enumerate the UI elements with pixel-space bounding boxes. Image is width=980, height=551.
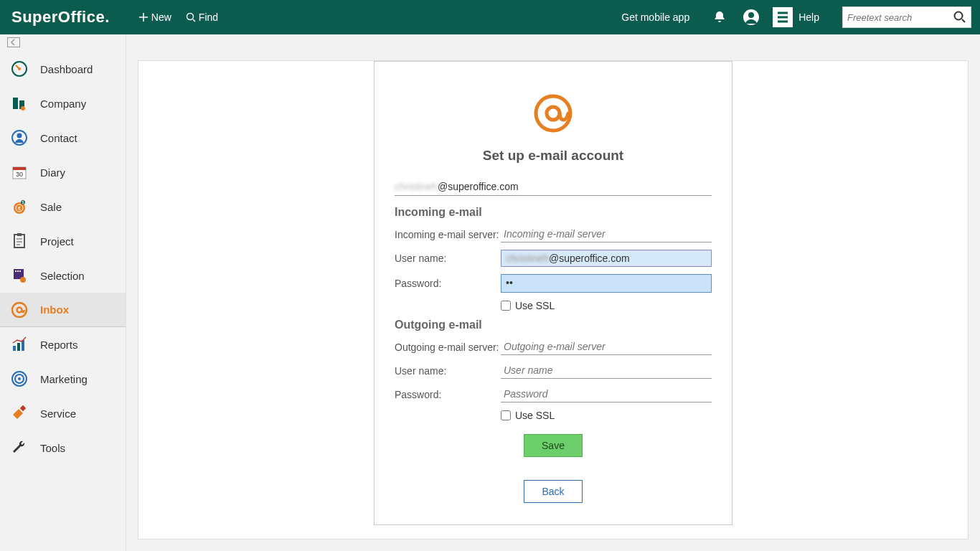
nav-label: Inbox bbox=[40, 303, 69, 316]
sidebar-item-marketing[interactable]: Marketing bbox=[0, 362, 126, 396]
marketing-icon bbox=[10, 369, 29, 388]
selection-icon bbox=[10, 266, 29, 285]
outgoing-ssl-label: Use SSL bbox=[515, 410, 555, 421]
svg-rect-23 bbox=[15, 270, 17, 272]
diary-icon: 30 bbox=[10, 163, 29, 182]
outgoing-server-input[interactable] bbox=[501, 339, 712, 355]
outgoing-user-label: User name: bbox=[395, 365, 501, 377]
svg-rect-30 bbox=[17, 343, 20, 351]
search-icon bbox=[186, 12, 196, 22]
sidebar-item-contact[interactable]: Contact bbox=[0, 121, 126, 155]
outgoing-server-label: Outgoing e-mail server: bbox=[395, 342, 501, 353]
svg-rect-25 bbox=[19, 270, 21, 272]
plus-icon bbox=[138, 12, 149, 22]
svg-rect-7 bbox=[13, 98, 18, 109]
sidebar-item-dashboard[interactable]: Dashboard bbox=[0, 52, 126, 86]
nav-label: Dashboard bbox=[40, 63, 93, 75]
nav-label: Reports bbox=[40, 339, 78, 351]
svg-point-3 bbox=[955, 12, 963, 20]
main-menu-icon[interactable] bbox=[773, 7, 793, 27]
project-icon bbox=[10, 232, 29, 250]
tools-icon bbox=[10, 438, 29, 457]
dialog-title: Set up e-mail account bbox=[395, 148, 712, 164]
svg-rect-35 bbox=[20, 405, 26, 411]
svg-point-26 bbox=[20, 277, 26, 283]
mobile-app-link[interactable]: Get mobile app bbox=[621, 11, 689, 23]
nav-label: Contact bbox=[40, 132, 77, 144]
user-avatar-icon[interactable] bbox=[741, 7, 761, 27]
svg-rect-24 bbox=[17, 270, 19, 272]
brand-logo: SuperOffice. bbox=[11, 8, 110, 27]
sidebar-item-project[interactable]: Project bbox=[0, 224, 126, 258]
nav-label: Marketing bbox=[40, 373, 88, 385]
incoming-ssl-checkbox[interactable] bbox=[501, 301, 511, 311]
svg-point-11 bbox=[17, 133, 22, 138]
search-input[interactable] bbox=[847, 12, 966, 23]
collapse-sidebar-button[interactable] bbox=[0, 34, 126, 52]
at-icon bbox=[395, 90, 712, 139]
outgoing-user-input[interactable] bbox=[501, 362, 712, 379]
outgoing-ssl-checkbox[interactable] bbox=[501, 410, 511, 420]
incoming-password-label: Password: bbox=[395, 278, 501, 289]
save-button[interactable]: Save bbox=[524, 434, 583, 457]
svg-rect-20 bbox=[14, 235, 24, 248]
reports-icon bbox=[10, 335, 29, 354]
incoming-server-label: Incoming e-mail server: bbox=[395, 229, 501, 240]
sidebar: Dashboard Company Contact 30 Diary €$ Sa… bbox=[0, 34, 126, 551]
sidebar-item-inbox[interactable]: Inbox bbox=[0, 293, 126, 327]
svg-rect-21 bbox=[17, 233, 22, 236]
help-link[interactable]: Help bbox=[798, 11, 819, 23]
nav-label: Sale bbox=[40, 201, 62, 213]
app-header: SuperOffice. New Find Get mobile app Hel… bbox=[0, 0, 980, 34]
incoming-heading: Incoming e-mail bbox=[395, 206, 712, 219]
new-label: New bbox=[151, 11, 171, 23]
svg-rect-29 bbox=[13, 346, 16, 351]
contact-icon bbox=[10, 128, 29, 147]
setup-email-dialog: Set up e-mail account christineh@superof… bbox=[374, 61, 732, 525]
content-panel: Set up e-mail account christineh@superof… bbox=[138, 60, 969, 540]
nav-label: Project bbox=[40, 235, 74, 248]
sidebar-item-reports[interactable]: Reports bbox=[0, 327, 126, 362]
find-label: Find bbox=[199, 11, 218, 23]
nav-label: Tools bbox=[40, 442, 65, 454]
search-icon bbox=[953, 11, 966, 24]
svg-point-6 bbox=[18, 67, 21, 70]
incoming-user-label: User name: bbox=[395, 253, 501, 264]
sidebar-item-tools[interactable]: Tools bbox=[0, 430, 126, 465]
notifications-icon[interactable] bbox=[710, 7, 730, 27]
find-button[interactable]: Find bbox=[186, 11, 218, 23]
svg-point-9 bbox=[21, 106, 25, 110]
outgoing-password-label: Password: bbox=[395, 389, 501, 400]
inbox-icon bbox=[10, 301, 29, 319]
sidebar-item-service[interactable]: Service bbox=[0, 396, 126, 430]
svg-point-2 bbox=[748, 12, 754, 18]
sidebar-item-diary[interactable]: 30 Diary bbox=[0, 155, 126, 189]
service-icon bbox=[10, 404, 29, 423]
svg-text:€: € bbox=[18, 205, 22, 212]
svg-point-36 bbox=[536, 96, 570, 131]
nav-label: Selection bbox=[40, 270, 85, 282]
svg-point-34 bbox=[18, 377, 21, 380]
back-button[interactable]: Back bbox=[524, 480, 582, 503]
outgoing-password-input[interactable] bbox=[501, 386, 712, 402]
svg-rect-13 bbox=[13, 167, 26, 170]
email-address-field[interactable]: christineh@superoffice.com bbox=[395, 179, 712, 196]
incoming-ssl-label: Use SSL bbox=[515, 300, 555, 311]
sidebar-item-company[interactable]: Company bbox=[0, 86, 126, 121]
svg-point-37 bbox=[547, 107, 560, 120]
outgoing-heading: Outgoing e-mail bbox=[395, 319, 712, 331]
nav-label: Diary bbox=[40, 166, 65, 179]
new-button[interactable]: New bbox=[138, 11, 171, 23]
incoming-server-input[interactable] bbox=[501, 226, 712, 242]
svg-rect-4 bbox=[8, 38, 20, 47]
incoming-password-input[interactable]: •• bbox=[501, 274, 712, 293]
sidebar-item-selection[interactable]: Selection bbox=[0, 258, 126, 293]
incoming-user-input[interactable]: christineh@superoffice.com bbox=[501, 250, 712, 267]
nav-label: Service bbox=[40, 408, 76, 420]
company-icon bbox=[10, 94, 29, 113]
svg-point-0 bbox=[187, 14, 193, 20]
nav-label: Company bbox=[40, 98, 86, 110]
sidebar-item-sale[interactable]: €$ Sale bbox=[0, 189, 126, 224]
freetext-search[interactable] bbox=[842, 6, 971, 28]
sale-icon: €$ bbox=[10, 197, 29, 216]
